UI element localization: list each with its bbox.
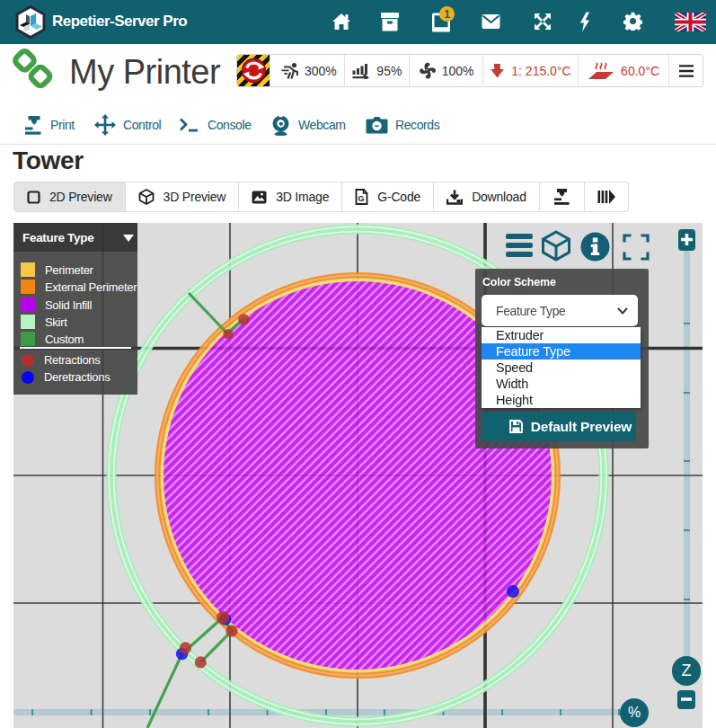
svg-text:G: G [358,194,365,203]
